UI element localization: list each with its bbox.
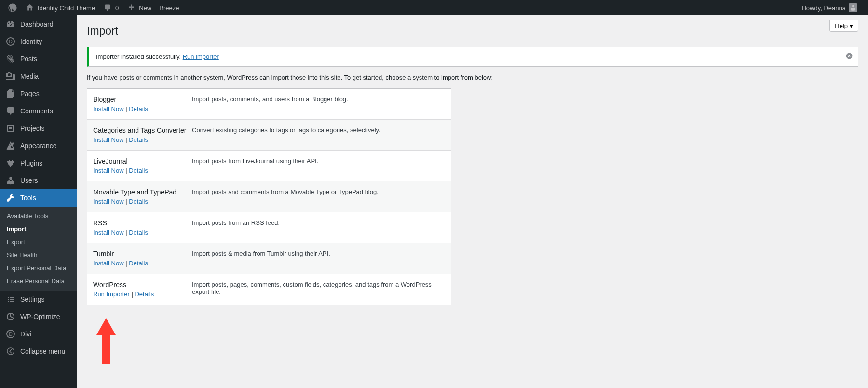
install-now-link[interactable]: Install Now	[93, 198, 124, 205]
close-icon	[845, 52, 853, 60]
importer-description: Convert existing categories to tags or t…	[192, 126, 445, 143]
comments-link[interactable]: 0	[99, 0, 122, 15]
appearance-icon	[6, 141, 15, 151]
action-separator: |	[124, 136, 129, 143]
pages-icon	[6, 89, 15, 98]
details-link[interactable]: Details	[129, 260, 148, 267]
importer-actions: Install Now | Details	[93, 260, 192, 267]
dashboard-icon	[6, 19, 15, 29]
importer-row-movable-type-and-typepad: Movable Type and TypePadInstall Now | De…	[87, 181, 451, 212]
menu-label: Identity	[20, 38, 42, 45]
my-account-link[interactable]: Howdy, Deanna	[798, 0, 861, 15]
importer-description: Import posts from an RSS feed.	[192, 219, 445, 236]
action-separator: |	[124, 260, 129, 267]
new-label: New	[139, 4, 151, 12]
submenu-item-erase-personal-data[interactable]: Erase Personal Data	[0, 275, 77, 288]
submenu-item-export[interactable]: Export	[0, 236, 77, 249]
menu-item-pages[interactable]: Pages	[0, 85, 77, 102]
action-separator: |	[124, 198, 129, 205]
user-avatar	[849, 3, 857, 12]
submenu-item-export-personal-data[interactable]: Export Personal Data	[0, 262, 77, 275]
comments-icon	[6, 106, 15, 116]
notice-text: Importer installed successfully.	[96, 53, 181, 60]
importer-title: RSS	[93, 219, 192, 227]
settings-icon	[6, 294, 15, 304]
help-button[interactable]: Help ▾	[829, 20, 858, 32]
importer-row-categories-and-tags-converter: Categories and Tags ConverterInstall Now…	[87, 120, 451, 151]
importer-actions: Install Now | Details	[93, 167, 192, 174]
projects-icon	[6, 124, 15, 133]
details-link[interactable]: Details	[129, 136, 148, 143]
users-icon	[6, 176, 15, 185]
details-link[interactable]: Details	[129, 167, 148, 174]
install-now-link[interactable]: Install Now	[93, 136, 124, 143]
importer-title: Categories and Tags Converter	[93, 126, 192, 134]
submenu-item-available-tools[interactable]: Available Tools	[0, 209, 77, 222]
importer-title: Movable Type and TypePad	[93, 188, 192, 196]
install-now-link[interactable]: Install Now	[93, 105, 124, 112]
details-link[interactable]: Details	[129, 198, 148, 205]
wp-logo[interactable]	[4, 0, 21, 15]
media-icon	[6, 71, 15, 81]
tools-submenu: Available ToolsImportExportSite HealthEx…	[0, 207, 77, 291]
menu-label: Comments	[20, 107, 53, 115]
importer-actions: Install Now | Details	[93, 198, 192, 205]
menu-label: Appearance	[20, 142, 57, 150]
plus-icon	[126, 3, 136, 13]
menu-item-tools[interactable]: Tools	[0, 189, 77, 207]
importer-row-wordpress: WordPressRun Importer | DetailsImport po…	[87, 274, 451, 305]
importers-table: BloggerInstall Now | DetailsImport posts…	[87, 88, 451, 305]
breeze-link[interactable]: Breeze	[155, 0, 183, 15]
main-content: Help ▾ Import Importer installed success…	[77, 15, 868, 324]
menu-label: WP-Optimize	[20, 313, 60, 320]
importer-actions: Install Now | Details	[93, 229, 192, 236]
menu-item-wp-optimize[interactable]: WP-Optimize	[0, 308, 77, 324]
chevron-down-icon: ▾	[850, 22, 853, 29]
importer-row-tumblr: TumblrInstall Now | DetailsImport posts …	[87, 243, 451, 274]
importer-name-cell: BloggerInstall Now | Details	[93, 96, 192, 112]
menu-label: Posts	[20, 55, 37, 63]
install-now-link[interactable]: Install Now	[93, 167, 124, 174]
site-name-link[interactable]: Identity Child Theme	[21, 0, 99, 15]
new-content-link[interactable]: New	[122, 0, 155, 15]
menu-item-posts[interactable]: Posts	[0, 50, 77, 68]
menu-item-projects[interactable]: Projects	[0, 120, 77, 137]
annotation-arrow	[94, 316, 118, 324]
install-now-link[interactable]: Install Now	[93, 229, 124, 236]
menu-label: Projects	[20, 125, 45, 132]
tools-icon	[6, 193, 15, 203]
importer-title: Tumblr	[93, 250, 192, 258]
admin-sidebar: DashboardDIdentityPostsMediaPagesComment…	[0, 15, 77, 324]
menu-item-identity[interactable]: DIdentity	[0, 33, 77, 50]
dismiss-notice-button[interactable]	[845, 52, 853, 62]
importer-name-cell: TumblrInstall Now | Details	[93, 250, 192, 267]
importer-title: WordPress	[93, 281, 192, 289]
details-link[interactable]: Details	[129, 229, 148, 236]
wpoptimize-icon	[6, 312, 15, 321]
site-title: Identity Child Theme	[38, 4, 95, 12]
importer-actions: Install Now | Details	[93, 105, 192, 112]
run-importer-link[interactable]: Run Importer	[93, 291, 130, 298]
menu-item-comments[interactable]: Comments	[0, 102, 77, 120]
menu-item-media[interactable]: Media	[0, 68, 77, 85]
menu-label: Pages	[20, 90, 40, 97]
details-link[interactable]: Details	[135, 291, 154, 298]
importer-row-rss: RSSInstall Now | DetailsImport posts fro…	[87, 212, 451, 243]
importer-actions: Install Now | Details	[93, 136, 192, 143]
intro-text: If you have posts or comments in another…	[87, 74, 858, 81]
submenu-item-site-health[interactable]: Site Health	[0, 249, 77, 262]
details-link[interactable]: Details	[129, 105, 148, 112]
menu-label: Dashboard	[20, 20, 54, 28]
run-importer-link[interactable]: Run importer	[183, 53, 219, 60]
install-now-link[interactable]: Install Now	[93, 260, 124, 267]
importer-name-cell: Movable Type and TypePadInstall Now | De…	[93, 188, 192, 205]
admin-bar-right: Howdy, Deanna	[798, 0, 864, 15]
submenu-item-import[interactable]: Import	[0, 222, 77, 236]
menu-item-users[interactable]: Users	[0, 172, 77, 189]
importer-row-blogger: BloggerInstall Now | DetailsImport posts…	[87, 89, 451, 120]
menu-item-settings[interactable]: Settings	[0, 291, 77, 308]
help-tab-wrap: Help ▾	[829, 20, 858, 32]
menu-item-appearance[interactable]: Appearance	[0, 137, 77, 154]
menu-item-dashboard[interactable]: Dashboard	[0, 15, 77, 33]
menu-item-plugins[interactable]: Plugins	[0, 154, 77, 172]
